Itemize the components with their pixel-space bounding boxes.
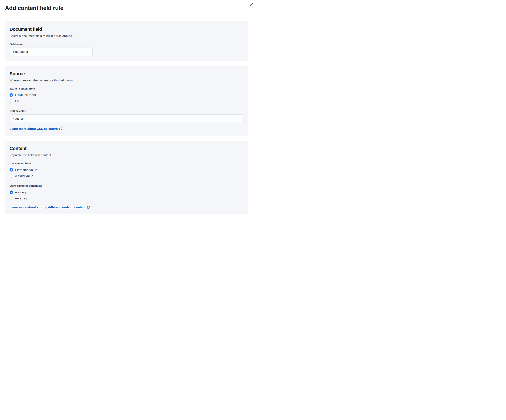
radio-option-label[interactable]: An array (15, 196, 27, 200)
radio-unselected-icon[interactable] (10, 99, 13, 103)
store-extracted-content-as-label: Store extracted content as (10, 184, 243, 187)
field-name-input[interactable] (10, 47, 93, 56)
learn-more-css-selectors-label: Learn more about CSS selectors (10, 127, 58, 130)
radio-option-html-element[interactable]: HTML element (10, 92, 243, 98)
radio-selected-icon[interactable] (10, 168, 13, 172)
external-link-icon (59, 127, 62, 130)
source-description: Where to extract the content for this fi… (10, 78, 243, 82)
radio-option-url[interactable]: URL (10, 98, 243, 104)
radio-unselected-icon[interactable] (10, 174, 13, 178)
extract-content-from-label: Extract content from (10, 87, 243, 90)
modal-body: Document field Select a document field t… (0, 16, 253, 219)
use-content-from-label: Use content from (10, 162, 243, 165)
radio-option-fixed-value[interactable]: A fixed value (10, 173, 243, 179)
radio-option-label[interactable]: HTML element (15, 93, 36, 97)
extract-content-from-radio-group: HTML element URL (10, 92, 243, 104)
radio-option-label[interactable]: URL (15, 99, 21, 103)
css-selector-input[interactable] (10, 114, 243, 123)
field-name-label: Field name (10, 43, 243, 46)
content-heading: Content (10, 146, 243, 151)
modal-header: Add content field rule (0, 0, 253, 16)
source-panel: Source Where to extract the content for … (5, 66, 248, 136)
radio-unselected-icon[interactable] (10, 196, 13, 200)
learn-more-storing-content-link[interactable]: Learn more about storing different kinds… (10, 206, 90, 209)
radio-option-label[interactable]: A fixed value (15, 174, 33, 178)
radio-option-an-array[interactable]: An array (10, 195, 243, 201)
css-selector-label: CSS selector (10, 109, 243, 113)
source-heading: Source (10, 71, 243, 76)
document-field-description: Select a document field to build a rule … (10, 34, 243, 38)
add-content-field-rule-modal: Add content field rule Document field Se… (0, 0, 253, 219)
close-button[interactable] (248, 2, 253, 7)
document-field-panel: Document field Select a document field t… (5, 21, 248, 61)
store-extracted-content-as-radio-group: A string An array (10, 189, 243, 201)
radio-selected-icon[interactable] (10, 190, 13, 194)
external-link-icon (87, 206, 90, 209)
radio-option-label[interactable]: A string (15, 190, 26, 194)
learn-more-storing-content-label: Learn more about storing different kinds… (10, 206, 86, 209)
radio-option-extracted-value[interactable]: Extracted value (10, 167, 243, 173)
modal-title: Add content field rule (5, 5, 248, 12)
use-content-from-radio-group: Extracted value A fixed value (10, 167, 243, 179)
radio-selected-icon[interactable] (10, 93, 13, 97)
content-description: Populate the field with content. (10, 153, 243, 157)
close-icon (249, 3, 253, 7)
content-panel: Content Populate the field with content.… (5, 141, 248, 214)
learn-more-css-selectors-link[interactable]: Learn more about CSS selectors (10, 127, 62, 130)
document-field-heading: Document field (10, 26, 243, 32)
radio-option-label[interactable]: Extracted value (15, 168, 37, 172)
radio-option-a-string[interactable]: A string (10, 189, 243, 195)
